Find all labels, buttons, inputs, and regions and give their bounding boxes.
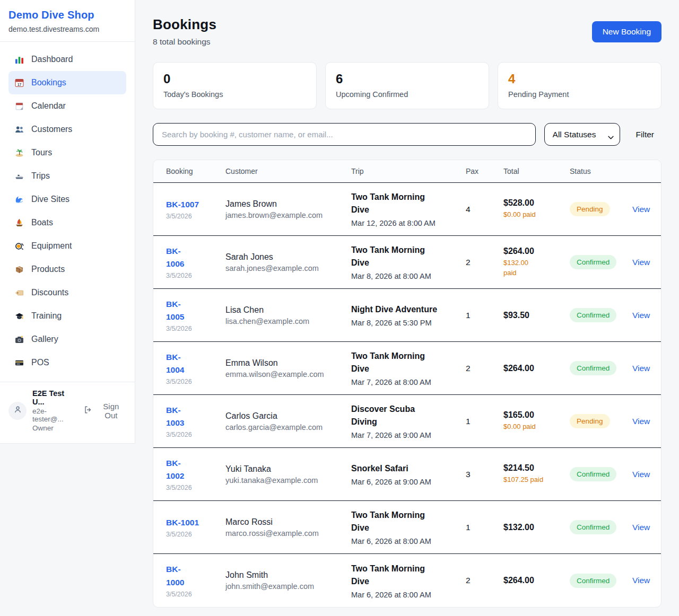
sidebar-item-label: Trips xyxy=(31,171,50,181)
page-header: Bookings 8 total bookings New Booking xyxy=(153,16,661,47)
view-link[interactable]: View xyxy=(632,417,650,426)
brand-name[interactable]: Demo Dive Shop xyxy=(8,9,126,21)
camera-icon xyxy=(14,335,24,344)
table-header-row: Booking Customer Trip Pax Total Status xyxy=(153,160,661,183)
user-footer: E2E Test U... e2e-tester@... Owner Sign … xyxy=(0,382,135,443)
stat-value: 4 xyxy=(508,72,651,86)
view-link[interactable]: View xyxy=(632,364,650,373)
stat-card-pending-payment: 4 Pending Payment xyxy=(498,62,661,109)
sidebar-item-bookings[interactable]: 17 Bookings xyxy=(8,71,126,94)
booking-id-link[interactable]: BK- 1006 xyxy=(166,245,184,270)
graduation-cap-icon xyxy=(14,311,24,321)
sidebar-item-products[interactable]: Products xyxy=(8,258,126,281)
search-input[interactable] xyxy=(153,123,536,146)
customer-email: sarah.jones@example.com xyxy=(225,264,344,272)
bookings-calendar-icon: 17 xyxy=(14,78,24,87)
pax-count: 1 xyxy=(466,417,503,426)
sidebar-item-training[interactable]: Training xyxy=(8,304,126,328)
sidebar-nav: Dashboard 17 Bookings Calendar Customers… xyxy=(0,42,135,382)
pax-count: 2 xyxy=(466,364,503,373)
total-amount: $93.50 xyxy=(503,311,562,320)
customers-icon xyxy=(14,125,24,134)
view-link[interactable]: View xyxy=(632,311,650,320)
booking-id-link[interactable]: BK-1007 xyxy=(166,198,199,211)
table-row: BK-1001 3/5/2026 Marco Rossi marco.rossi… xyxy=(153,501,661,554)
booking-date: 3/5/2026 xyxy=(166,431,218,438)
credit-card-icon xyxy=(14,358,24,367)
trip-datetime: Mar 6, 2026 at 9:00 AM xyxy=(351,478,458,486)
page-title: Bookings xyxy=(153,16,216,33)
trip-datetime: Mar 8, 2026 at 8:00 AM xyxy=(351,272,458,280)
booking-id-link[interactable]: BK-1001 xyxy=(166,516,199,529)
trip-datetime: Mar 6, 2026 at 8:00 AM xyxy=(351,537,458,545)
trip-datetime: Mar 6, 2026 at 8:00 AM xyxy=(351,591,458,599)
new-booking-button[interactable]: New Booking xyxy=(592,21,661,42)
sidebar-item-label: Products xyxy=(31,265,65,274)
stat-label: Upcoming Confirmed xyxy=(336,90,478,99)
stat-value: 0 xyxy=(163,72,306,86)
booking-id-link[interactable]: BK- 1003 xyxy=(166,404,184,429)
status-filter: All Statuses xyxy=(544,123,620,146)
user-icon xyxy=(13,405,22,416)
paid-amount: $0.00 paid xyxy=(503,422,562,432)
paid-amount: $107.25 paid xyxy=(503,475,562,485)
table-row: BK- 1005 3/5/2026 Lisa Chen lisa.chen@ex… xyxy=(153,289,661,342)
view-link[interactable]: View xyxy=(632,258,650,267)
sidebar-item-tours[interactable]: Tours xyxy=(8,141,126,164)
sidebar-item-boats[interactable]: Boats xyxy=(8,211,126,234)
sidebar-item-label: Boats xyxy=(31,218,53,227)
view-link[interactable]: View xyxy=(632,523,650,532)
booking-id-link[interactable]: BK- 1005 xyxy=(166,298,184,323)
col-header-customer: Customer xyxy=(225,167,351,175)
customer-name: James Brown xyxy=(225,199,344,209)
booking-id-link[interactable]: BK- 1000 xyxy=(166,563,184,588)
status-filter-select[interactable]: All Statuses xyxy=(544,123,620,146)
user-email: e2e-tester@... xyxy=(32,407,78,423)
svg-text:17: 17 xyxy=(17,82,21,86)
status-badge: Confirmed xyxy=(570,467,616,481)
sidebar-item-label: Tours xyxy=(31,148,52,157)
pax-count: 4 xyxy=(466,205,503,214)
customer-name: Lisa Chen xyxy=(225,305,344,315)
booking-date: 3/5/2026 xyxy=(166,484,218,491)
calendar-icon xyxy=(14,101,24,111)
filter-button[interactable]: Filter xyxy=(629,130,661,139)
booking-id-link[interactable]: BK- 1004 xyxy=(166,351,184,376)
status-badge: Confirmed xyxy=(570,308,616,322)
table-row: BK-1007 3/5/2026 James Brown james.brown… xyxy=(153,183,661,236)
table-row: BK- 1002 3/5/2026 Yuki Tanaka yuki.tanak… xyxy=(153,448,661,501)
sidebar-item-pos[interactable]: POS xyxy=(8,351,126,374)
col-header-pax: Pax xyxy=(466,167,503,175)
sidebar-item-trips[interactable]: Trips xyxy=(8,164,126,188)
sidebar-item-equipment[interactable]: Equipment xyxy=(8,234,126,258)
sidebar-item-label: Customers xyxy=(31,125,72,134)
status-badge: Confirmed xyxy=(570,255,616,269)
view-link[interactable]: View xyxy=(632,576,650,585)
sidebar-item-label: Dive Sites xyxy=(31,195,69,204)
view-link[interactable]: View xyxy=(632,205,650,214)
speedboat-icon xyxy=(14,171,24,181)
stat-card-upcoming-confirmed: 6 Upcoming Confirmed xyxy=(325,62,489,109)
sidebar-item-dashboard[interactable]: Dashboard xyxy=(8,48,126,71)
trip-name: Night Dive Adventure xyxy=(351,303,458,316)
table-row: BK- 1003 3/5/2026 Carlos Garcia carlos.g… xyxy=(153,395,661,448)
total-amount: $132.00 xyxy=(503,523,562,532)
table-row: BK- 1004 3/5/2026 Emma Wilson emma.wilso… xyxy=(153,342,661,395)
dive-mask-icon xyxy=(14,241,24,251)
booking-id-link[interactable]: BK- 1002 xyxy=(166,457,184,482)
sidebar-item-calendar[interactable]: Calendar xyxy=(8,94,126,118)
sidebar-item-label: Discounts xyxy=(31,288,68,297)
col-header-trip: Trip xyxy=(351,167,466,175)
sidebar-item-customers[interactable]: Customers xyxy=(8,118,126,141)
total-amount: $214.50 xyxy=(503,463,562,473)
sidebar-item-gallery[interactable]: Gallery xyxy=(8,328,126,351)
sign-out-button[interactable]: Sign Out xyxy=(84,402,126,420)
booking-date: 3/5/2026 xyxy=(166,272,218,279)
booking-date: 3/5/2026 xyxy=(166,531,218,538)
table-row: BK- 1000 3/5/2026 John Smith john.smith@… xyxy=(153,554,661,607)
view-link[interactable]: View xyxy=(632,470,650,479)
sidebar-item-discounts[interactable]: Discounts xyxy=(8,281,126,304)
customer-email: yuki.tanaka@example.com xyxy=(225,476,344,485)
sidebar-item-dive-sites[interactable]: Dive Sites xyxy=(8,188,126,211)
status-badge: Confirmed xyxy=(570,574,616,588)
